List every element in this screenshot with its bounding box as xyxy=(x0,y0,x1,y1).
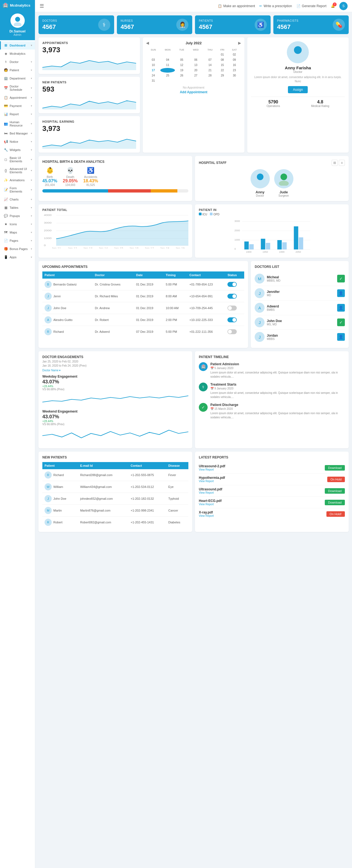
calendar-day[interactable]: 28 xyxy=(203,73,217,78)
make-appointment-action[interactable]: 📋 Make an appointment xyxy=(218,4,255,8)
doctor-list-action[interactable]: ✓ xyxy=(337,318,345,326)
calendar-day[interactable]: 04 xyxy=(160,58,174,62)
calendar-day[interactable]: 16 xyxy=(228,63,241,67)
sidebar-item-basic-ui[interactable]: ◻ Basic UI Elements ▾ xyxy=(0,154,35,165)
calendar-day[interactable]: 14 xyxy=(203,63,217,67)
sidebar-item-animations[interactable]: ✨ Animations ▾ xyxy=(0,176,35,184)
sidebar-item-patient[interactable]: 🧑 Patient ▾ xyxy=(0,66,35,74)
sidebar-item-icons[interactable]: ★ Icons ▾ xyxy=(0,220,35,228)
report-action-button[interactable]: On Hold! xyxy=(326,511,345,517)
calendar-day[interactable]: 26 xyxy=(175,73,188,78)
status-toggle[interactable] xyxy=(227,317,237,322)
calendar-next[interactable]: ▶ xyxy=(238,41,241,45)
calendar-day[interactable]: 20 xyxy=(189,68,203,72)
sidebar-item-pages[interactable]: 📄 Pages ▾ xyxy=(0,237,35,245)
calendar-day[interactable] xyxy=(160,52,174,57)
report-action-button[interactable]: Download xyxy=(325,488,345,494)
notification-bell[interactable]: 🔔 7 xyxy=(331,4,335,8)
sidebar-item-doctor[interactable]: ⚕ Doctor ▾ xyxy=(0,58,35,66)
user-avatar-topbar[interactable]: S xyxy=(339,2,348,10)
calendar-day[interactable]: 09 xyxy=(228,58,241,62)
report-view-link[interactable]: View Report xyxy=(199,514,214,517)
sidebar-item-notice[interactable]: 📢 Notice ▾ xyxy=(0,137,35,146)
calendar-day[interactable] xyxy=(175,79,188,83)
calendar-day[interactable]: 22 xyxy=(217,68,228,72)
calendar-day[interactable]: 12 xyxy=(175,63,188,67)
appt-status[interactable] xyxy=(225,302,244,314)
calendar-day[interactable]: 19 xyxy=(175,68,188,72)
appt-status[interactable] xyxy=(225,326,244,338)
report-action-button[interactable]: Download xyxy=(325,500,345,505)
assign-button[interactable]: Assign xyxy=(288,86,308,93)
sidebar-item-form-elements[interactable]: 📝 Form Elements ▾ xyxy=(0,184,35,195)
status-toggle[interactable] xyxy=(227,329,237,334)
add-appointment-link[interactable]: Add Appointment xyxy=(146,90,241,94)
sidebar-item-bonus-pages[interactable]: 🎁 Bonus Pages ▾ xyxy=(0,245,35,253)
calendar-day[interactable]: 02 xyxy=(228,52,241,57)
sidebar-item-bed-manager[interactable]: 🛏 Bed Manager ▾ xyxy=(0,129,35,137)
calendar-day[interactable] xyxy=(217,79,228,83)
sidebar-item-apps[interactable]: 📱 Apps ▾ xyxy=(0,253,35,261)
calendar-day[interactable]: 07 xyxy=(203,58,217,62)
calendar-day[interactable]: 30 xyxy=(228,73,241,78)
doctor-list-action[interactable]: 👤 xyxy=(337,304,345,312)
calendar-day[interactable] xyxy=(203,79,217,83)
report-action-button[interactable]: On Hold xyxy=(327,477,345,482)
grid-view-icon[interactable]: ⊞ xyxy=(332,160,338,166)
sidebar-item-popups[interactable]: 💬 Popups ▾ xyxy=(0,212,35,220)
sidebar-item-appointment[interactable]: 📋 Appointment ▾ xyxy=(0,94,35,102)
calendar-day[interactable]: 31 xyxy=(147,79,160,83)
sidebar-item-report[interactable]: 📊 Report ▾ xyxy=(0,110,35,118)
write-prescription-action[interactable]: ✏ Write a prescription xyxy=(259,4,292,8)
calendar-day[interactable]: 01 xyxy=(217,52,228,57)
sidebar-item-doctor-schedule[interactable]: 📅 Doctor Schedule ▾ xyxy=(0,83,35,94)
calendar-day[interactable]: 23 xyxy=(228,68,241,72)
sidebar-item-maps[interactable]: 🗺 Maps ▾ xyxy=(0,228,35,237)
report-view-link[interactable]: View Report xyxy=(199,479,225,483)
calendar-day[interactable]: 15 xyxy=(217,63,228,67)
calendar-day[interactable]: 06 xyxy=(189,58,203,62)
calendar-day[interactable]: 21 xyxy=(203,68,217,72)
report-view-link[interactable]: View Report xyxy=(199,491,222,494)
calendar-day[interactable]: 17 xyxy=(147,68,160,72)
appt-status[interactable] xyxy=(225,279,244,290)
calendar-day[interactable] xyxy=(147,52,160,57)
calendar-day[interactable] xyxy=(160,79,174,83)
sidebar-item-dashboard[interactable]: ⊞ Dashboard ▾ xyxy=(0,41,35,50)
appt-status[interactable] xyxy=(225,290,244,302)
doctor-list-action[interactable]: ✓ xyxy=(337,275,345,282)
calendar-day[interactable] xyxy=(203,52,217,57)
sidebar-item-tables[interactable]: ▦ Tables ▾ xyxy=(0,204,35,212)
report-action-button[interactable]: Download xyxy=(325,465,345,471)
sidebar-item-advanced-ui[interactable]: {} Advanced UI Elements ▾ xyxy=(0,165,35,176)
calendar-day[interactable]: 03 xyxy=(147,58,160,62)
status-toggle[interactable] xyxy=(227,294,237,299)
calendar-day[interactable]: 10 xyxy=(147,63,160,67)
sidebar-item-human-resource[interactable]: 👥 Human Resource ▾ xyxy=(0,118,35,129)
sidebar-item-charts[interactable]: 📈 Charts ▾ xyxy=(0,195,35,204)
list-view-icon[interactable]: ≡ xyxy=(339,160,345,166)
doctor-list-action[interactable]: 👤 xyxy=(337,333,345,341)
calendar-day[interactable] xyxy=(175,52,188,57)
doctor-list-action[interactable]: 👤 xyxy=(337,289,345,297)
calendar-day[interactable]: 05 xyxy=(175,58,188,62)
calendar-day[interactable] xyxy=(189,79,203,83)
calendar-day[interactable] xyxy=(189,52,203,57)
report-view-link[interactable]: View Report xyxy=(199,468,225,471)
calendar-day[interactable]: 25 xyxy=(160,73,174,78)
menu-icon[interactable]: ☰ xyxy=(40,3,44,9)
sidebar-item-payment[interactable]: 💳 Payment ▾ xyxy=(0,102,35,110)
doctor-name-dropdown[interactable]: Doctor Name ▾ xyxy=(42,369,61,372)
calendar-day[interactable]: 18 xyxy=(160,68,174,72)
appt-status[interactable] xyxy=(225,314,244,326)
calendar-day[interactable]: 11 xyxy=(160,63,174,67)
calendar-day[interactable]: 13 xyxy=(189,63,203,67)
report-view-link[interactable]: View Report xyxy=(199,503,222,506)
calendar-day[interactable]: 27 xyxy=(189,73,203,78)
calendar-day[interactable]: 24 xyxy=(147,73,160,78)
calendar-day[interactable]: 08 xyxy=(217,58,228,62)
calendar-day[interactable] xyxy=(228,79,241,83)
status-toggle[interactable] xyxy=(227,282,237,287)
status-toggle[interactable] xyxy=(227,306,237,311)
generate-report-action[interactable]: 📄 Generate Report xyxy=(296,4,326,8)
